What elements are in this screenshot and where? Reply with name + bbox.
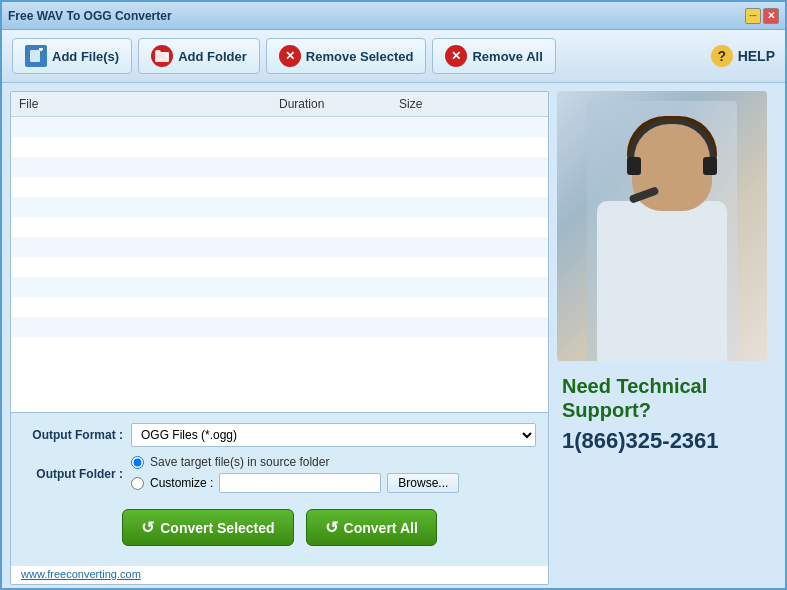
save-source-radio[interactable]	[131, 456, 144, 469]
table-row	[11, 157, 548, 177]
table-row	[11, 177, 548, 197]
table-row	[11, 117, 548, 137]
convert-all-icon: ↺	[325, 518, 338, 537]
table-row	[11, 137, 548, 157]
remove-selected-button[interactable]: ✕ Remove Selected	[266, 38, 427, 74]
add-files-label: Add File(s)	[52, 49, 119, 64]
output-format-row: Output Format : OGG Files (*.ogg) MP3 Fi…	[23, 423, 536, 447]
support-text: Need Technical Support? 1(866)325-2361	[557, 369, 777, 459]
table-row	[11, 277, 548, 297]
help-button[interactable]: ? HELP	[711, 45, 775, 67]
window-controls: ─ ✕	[745, 8, 779, 24]
remove-all-icon: ✕	[445, 45, 467, 67]
col-header-duration: Duration	[271, 95, 391, 113]
svg-rect-0	[30, 50, 40, 62]
add-files-button[interactable]: Add File(s)	[12, 38, 132, 74]
output-folder-row: Output Folder : Save target file(s) in s…	[23, 455, 536, 493]
table-row	[11, 317, 548, 337]
table-body[interactable]	[11, 117, 548, 357]
remove-selected-icon: ✕	[279, 45, 301, 67]
table-row	[11, 237, 548, 257]
help-icon: ?	[711, 45, 733, 67]
remove-all-label: Remove All	[472, 49, 542, 64]
col-header-file: File	[11, 95, 271, 113]
convert-all-button[interactable]: ↺ Convert All	[306, 509, 437, 546]
table-row	[11, 197, 548, 217]
save-source-label: Save target file(s) in source folder	[150, 455, 329, 469]
save-source-row: Save target file(s) in source folder	[131, 455, 459, 469]
help-label: HELP	[738, 48, 775, 64]
add-folder-label: Add Folder	[178, 49, 247, 64]
customize-row: Customize : Browse...	[131, 473, 459, 493]
close-button[interactable]: ✕	[763, 8, 779, 24]
convert-selected-button[interactable]: ↺ Convert Selected	[122, 509, 293, 546]
table-row	[11, 217, 548, 237]
minimize-button[interactable]: ─	[745, 8, 761, 24]
title-bar: Free WAV To OGG Converter ─ ✕	[2, 2, 785, 30]
remove-all-button[interactable]: ✕ Remove All	[432, 38, 555, 74]
browse-button[interactable]: Browse...	[387, 473, 459, 493]
support-phone: 1(866)325-2361	[562, 428, 772, 454]
main-content: File Duration Size Outpu	[2, 83, 785, 590]
add-files-icon	[25, 45, 47, 67]
person-figure	[577, 101, 747, 361]
add-folder-icon	[151, 45, 173, 67]
convert-row: ↺ Convert Selected ↺ Convert All	[23, 501, 536, 556]
table-header: File Duration Size	[11, 92, 548, 117]
customize-radio[interactable]	[131, 477, 144, 490]
add-folder-button[interactable]: Add Folder	[138, 38, 260, 74]
table-row	[11, 297, 548, 317]
toolbar: Add File(s) Add Folder ✕ Remove Selected…	[2, 30, 785, 83]
footer-link[interactable]: www.freeconverting.com	[11, 566, 548, 584]
format-select[interactable]: OGG Files (*.ogg) MP3 Files (*.mp3) FLAC…	[131, 423, 536, 447]
right-panel: Need Technical Support? 1(866)325-2361	[557, 91, 777, 585]
convert-all-label: Convert All	[344, 520, 418, 536]
col-header-size: Size	[391, 95, 511, 113]
app-title: Free WAV To OGG Converter	[8, 9, 172, 23]
support-image	[557, 91, 767, 361]
shirt	[597, 201, 727, 361]
file-table: File Duration Size	[11, 92, 548, 412]
remove-selected-label: Remove Selected	[306, 49, 414, 64]
table-row	[11, 337, 548, 357]
customize-input[interactable]	[219, 473, 381, 493]
output-folder-options: Save target file(s) in source folder Cus…	[131, 455, 459, 493]
support-heading: Need Technical Support?	[562, 374, 772, 422]
settings-panel: Output Format : OGG Files (*.ogg) MP3 Fi…	[11, 412, 548, 566]
convert-selected-icon: ↺	[141, 518, 154, 537]
output-folder-label: Output Folder :	[23, 467, 123, 481]
customize-label: Customize :	[150, 476, 213, 490]
convert-selected-label: Convert Selected	[160, 520, 274, 536]
left-panel: File Duration Size Outpu	[10, 91, 549, 585]
output-format-label: Output Format :	[23, 428, 123, 442]
table-row	[11, 257, 548, 277]
